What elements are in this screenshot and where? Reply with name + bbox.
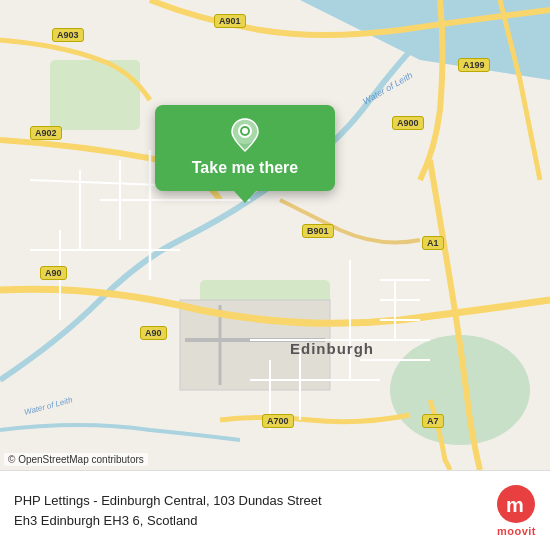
info-bar: PHP Lettings - Edinburgh Central, 103 Du…: [0, 470, 550, 550]
moovit-m-icon: m: [504, 492, 528, 516]
road-badge-A199: A199: [458, 58, 490, 72]
address-text: PHP Lettings - Edinburgh Central, 103 Du…: [14, 491, 485, 530]
svg-point-31: [242, 128, 248, 134]
road-badge-A700: A700: [262, 414, 294, 428]
road-badge-A900: A900: [392, 116, 424, 130]
osm-attribution: © OpenStreetMap contributors: [4, 453, 148, 466]
map-popup[interactable]: Take me there: [155, 105, 335, 191]
city-label-edinburgh: Edinburgh: [290, 340, 374, 357]
svg-text:m: m: [506, 494, 524, 516]
moovit-label: moovit: [497, 525, 536, 537]
road-badge-A90-mid: A90: [140, 326, 167, 340]
address-line2: Eh3 Edinburgh EH3 6, Scotland: [14, 513, 198, 528]
map-container: Water of Leith Water of Leith A903 A901 …: [0, 0, 550, 470]
svg-rect-3: [50, 60, 140, 130]
address-line1: PHP Lettings - Edinburgh Central, 103 Du…: [14, 493, 322, 508]
popup-take-me-there-label: Take me there: [192, 159, 298, 177]
road-badge-A90-left: A90: [40, 266, 67, 280]
moovit-icon: m: [497, 485, 535, 523]
road-badge-A902: A902: [30, 126, 62, 140]
location-pin-icon: [227, 117, 263, 153]
road-badge-B901: B901: [302, 224, 334, 238]
road-badge-A7: A7: [422, 414, 444, 428]
moovit-logo: m moovit: [497, 485, 536, 537]
road-badge-A903: A903: [52, 28, 84, 42]
road-badge-A1: A1: [422, 236, 444, 250]
road-badge-A901: A901: [214, 14, 246, 28]
